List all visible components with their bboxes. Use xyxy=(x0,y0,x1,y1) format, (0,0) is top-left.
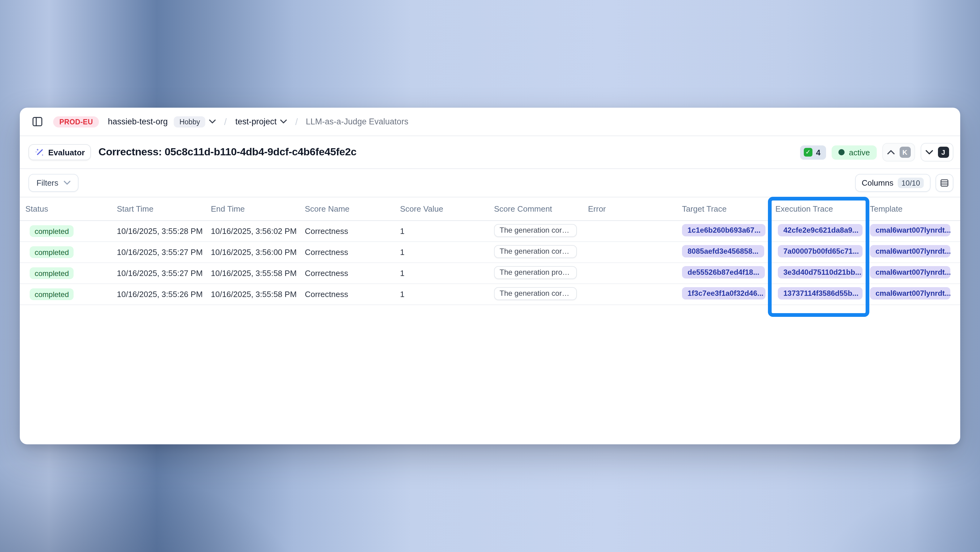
column-header-execution-trace[interactable]: Execution Trace xyxy=(775,204,870,214)
table-row[interactable]: completed 10/16/2025, 3:55:27 PM 10/16/2… xyxy=(20,242,960,263)
column-header-status[interactable]: Status xyxy=(25,204,117,214)
score-comment-chip[interactable]: The generation corre... xyxy=(494,287,577,300)
column-header-target-trace[interactable]: Target Trace xyxy=(682,204,775,214)
cell-start-time: 10/16/2025, 3:55:27 PM xyxy=(117,247,211,257)
column-header-score-comment[interactable]: Score Comment xyxy=(494,204,588,214)
score-comment-chip[interactable]: The generation provi... xyxy=(494,266,577,279)
execution-trace-link[interactable]: 42cfe2e9c621da8a9... xyxy=(778,224,862,236)
cell-start-time: 10/16/2025, 3:55:28 PM xyxy=(117,227,211,236)
cell-start-time: 10/16/2025, 3:55:27 PM xyxy=(117,268,211,278)
table-row[interactable]: completed 10/16/2025, 3:55:28 PM 10/16/2… xyxy=(20,221,960,242)
cell-score-name: Correctness xyxy=(305,290,400,299)
table-toolbar: Filters Columns 10/10 xyxy=(20,169,960,198)
breadcrumb: PROD-EU hassieb-test-org Hobby / test-pr… xyxy=(20,108,960,136)
cell-score-name: Correctness xyxy=(305,227,400,236)
breadcrumb-separator: / xyxy=(295,116,298,127)
column-header-error[interactable]: Error xyxy=(588,204,682,214)
sidebar-toggle-button[interactable] xyxy=(29,113,45,130)
columns-label: Columns xyxy=(862,178,893,188)
table-row[interactable]: completed 10/16/2025, 3:55:26 PM 10/16/2… xyxy=(20,284,960,305)
row-height-button[interactable] xyxy=(935,174,953,192)
target-trace-link[interactable]: 1f3c7ee3f1a0f32d46... xyxy=(682,287,765,300)
run-count-badge[interactable]: ✓ 4 xyxy=(800,145,826,160)
execution-trace-link[interactable]: 7a00007b00fd65c71... xyxy=(778,245,862,257)
columns-count-chip: 10/10 xyxy=(898,178,924,188)
desktop-background: PROD-EU hassieb-test-org Hobby / test-pr… xyxy=(0,0,980,552)
template-link[interactable]: cmal6wart007lynrdt... xyxy=(870,287,950,300)
evaluator-type-label: Evaluator xyxy=(48,148,85,157)
chevron-down-icon xyxy=(64,181,71,185)
page-header: Evaluator Correctness: 05c8c11d-b110-4db… xyxy=(20,136,960,169)
template-link[interactable]: cmal6wart007lynrdt... xyxy=(870,224,950,236)
cell-score-value: 1 xyxy=(400,247,494,257)
target-trace-link[interactable]: 1c1e6b260b693a67... xyxy=(682,224,765,236)
column-header-end-time[interactable]: End Time xyxy=(211,204,305,214)
cell-score-value: 1 xyxy=(400,290,494,299)
columns-button[interactable]: Columns 10/10 xyxy=(855,174,931,192)
dot-icon xyxy=(838,149,845,155)
template-link[interactable]: cmal6wart007lynrdt... xyxy=(870,266,950,279)
column-header-start-time[interactable]: Start Time xyxy=(117,204,211,214)
score-comment-chip[interactable]: The generation corre... xyxy=(494,245,577,258)
chevron-down-icon xyxy=(925,150,933,155)
cell-score-name: Correctness xyxy=(305,268,400,278)
project-switcher-button[interactable] xyxy=(280,120,287,124)
filters-button[interactable]: Filters xyxy=(29,174,79,192)
column-header-score-value[interactable]: Score Value xyxy=(400,204,494,214)
evaluator-type-badge: Evaluator xyxy=(29,144,91,160)
cell-end-time: 10/16/2025, 3:55:58 PM xyxy=(211,290,305,299)
execution-trace-link[interactable]: 3e3d40d75110d21bb... xyxy=(778,266,862,279)
rows-icon xyxy=(940,178,949,188)
cell-end-time: 10/16/2025, 3:55:58 PM xyxy=(211,268,305,278)
filters-label: Filters xyxy=(37,178,59,188)
environment-badge: PROD-EU xyxy=(53,116,99,127)
plan-badge[interactable]: Hobby xyxy=(174,116,205,127)
table-row[interactable]: completed 10/16/2025, 3:55:27 PM 10/16/2… xyxy=(20,263,960,284)
score-comment-chip[interactable]: The generation corre... xyxy=(494,224,577,237)
breadcrumb-page: LLM-as-a-Judge Evaluators xyxy=(306,117,408,126)
target-trace-link[interactable]: de55526b87ed4f18... xyxy=(682,266,765,279)
cell-score-value: 1 xyxy=(400,268,494,278)
previous-item-button[interactable]: K xyxy=(882,143,915,161)
page-title: Correctness: 05c8c11d-b110-4db4-9dcf-c4b… xyxy=(99,146,357,158)
check-square-icon: ✓ xyxy=(804,148,813,156)
status-badge: completed xyxy=(30,267,74,279)
cell-end-time: 10/16/2025, 3:56:00 PM xyxy=(211,247,305,257)
chevron-up-icon xyxy=(887,150,894,155)
header-actions: ✓ 4 active K xyxy=(800,143,953,161)
breadcrumb-separator: / xyxy=(224,116,227,127)
column-header-score-name[interactable]: Score Name xyxy=(305,204,400,214)
status-badge: completed xyxy=(30,246,74,258)
wand-sparkles-icon xyxy=(35,147,45,157)
status-badge: completed xyxy=(30,225,74,237)
template-link[interactable]: cmal6wart007lynrdt... xyxy=(870,245,950,257)
shortcut-key-j: J xyxy=(938,147,949,158)
breadcrumb-project[interactable]: test-project xyxy=(235,117,277,126)
execution-trace-link[interactable]: 13737114f3586d55b... xyxy=(778,287,862,300)
cell-start-time: 10/16/2025, 3:55:26 PM xyxy=(117,290,211,299)
cell-score-name: Correctness xyxy=(305,247,400,257)
app-window: PROD-EU hassieb-test-org Hobby / test-pr… xyxy=(20,108,960,444)
column-header-template[interactable]: Template xyxy=(870,204,960,214)
next-item-button[interactable]: J xyxy=(921,143,953,161)
cell-end-time: 10/16/2025, 3:56:02 PM xyxy=(211,227,305,236)
target-trace-link[interactable]: 8085aefd3e456858... xyxy=(682,245,764,257)
breadcrumb-org[interactable]: hassieb-test-org xyxy=(108,117,168,126)
status-label: active xyxy=(849,148,870,157)
shortcut-key-k: K xyxy=(899,147,910,158)
status-badge: completed xyxy=(30,289,74,300)
table-header-row: Status Start Time End Time Score Name Sc… xyxy=(20,198,960,221)
run-count-value: 4 xyxy=(816,148,821,157)
toolbar-right-group: Columns 10/10 xyxy=(855,174,953,192)
panel-left-icon xyxy=(31,116,43,128)
org-switcher-button[interactable] xyxy=(209,120,216,124)
cell-score-value: 1 xyxy=(400,227,494,236)
status-badge[interactable]: active xyxy=(832,145,877,160)
